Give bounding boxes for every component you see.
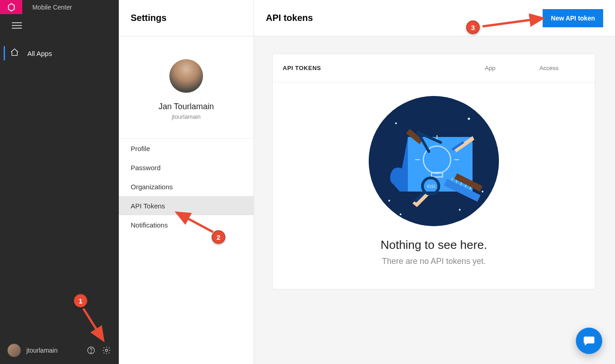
nav-item-label: All Apps (27, 50, 52, 57)
col-tokens: API TOKENS (283, 65, 485, 71)
profile-name: Jan Tourlamain (119, 102, 254, 111)
annotation-1: 1 (74, 294, 87, 308)
empty-illustration: 0101 (369, 96, 499, 226)
brand-logo[interactable] (0, 0, 22, 14)
svg-point-8 (459, 209, 461, 211)
empty-state: 0101 Nothing to see here. There are no A… (273, 82, 595, 289)
brand-logo-icon (6, 2, 16, 12)
profile-avatar[interactable] (169, 59, 203, 93)
new-api-token-button[interactable]: New API token (543, 9, 603, 27)
help-icon[interactable] (86, 345, 96, 355)
footer-username: jtourlamain (26, 347, 81, 354)
svg-point-5 (468, 118, 470, 120)
settings-item-api-tokens[interactable]: API Tokens (119, 196, 254, 215)
settings-menu: Profile Password Organizations API Token… (119, 138, 254, 234)
main-header: API tokens New API token (254, 0, 615, 36)
svg-point-7 (388, 200, 390, 202)
profile-handle: jtourlamain (119, 113, 254, 120)
settings-panel: Settings Jan Tourlamain jtourlamain Prof… (119, 0, 254, 364)
footer-avatar[interactable] (7, 344, 21, 357)
settings-title: Settings (119, 0, 254, 36)
home-icon (10, 48, 19, 59)
svg-point-6 (482, 191, 483, 192)
empty-subtitle: There are no API tokens yet. (282, 257, 586, 266)
svg-point-4 (395, 122, 397, 124)
brand-row: Mobile Center (0, 0, 119, 14)
api-tokens-card: API TOKENS App Access (272, 54, 595, 289)
chat-icon (583, 334, 595, 347)
left-footer: jtourlamain (0, 337, 119, 364)
svg-point-1 (91, 352, 91, 353)
page-title: API tokens (266, 13, 313, 23)
empty-title: Nothing to see here. (282, 238, 586, 252)
annotation-3: 3 (466, 20, 480, 34)
hamburger-menu[interactable] (0, 14, 119, 37)
nav-item-all-apps[interactable]: All Apps (0, 42, 119, 64)
svg-point-9 (400, 213, 402, 215)
main-area: API tokens New API token API TOKENS App … (254, 0, 615, 364)
settings-item-notifications[interactable]: Notifications (119, 215, 254, 234)
profile-block: Jan Tourlamain jtourlamain (119, 36, 254, 138)
gear-icon[interactable] (102, 345, 112, 355)
settings-item-password[interactable]: Password (119, 158, 254, 177)
brand-title: Mobile Center (32, 4, 72, 11)
col-app: App (485, 65, 539, 71)
settings-item-organizations[interactable]: Organizations (119, 177, 254, 196)
menu-icon (12, 22, 22, 29)
svg-point-2 (106, 349, 108, 352)
chat-button[interactable] (576, 328, 602, 354)
settings-item-profile[interactable]: Profile (119, 139, 254, 158)
table-header: API TOKENS App Access (273, 54, 595, 82)
annotation-2: 2 (212, 230, 225, 244)
left-sidebar: Mobile Center All Apps jtourlamain (0, 0, 119, 364)
main-body: API TOKENS App Access (254, 36, 615, 307)
col-access: Access (539, 65, 585, 71)
svg-text:0101: 0101 (427, 185, 436, 189)
